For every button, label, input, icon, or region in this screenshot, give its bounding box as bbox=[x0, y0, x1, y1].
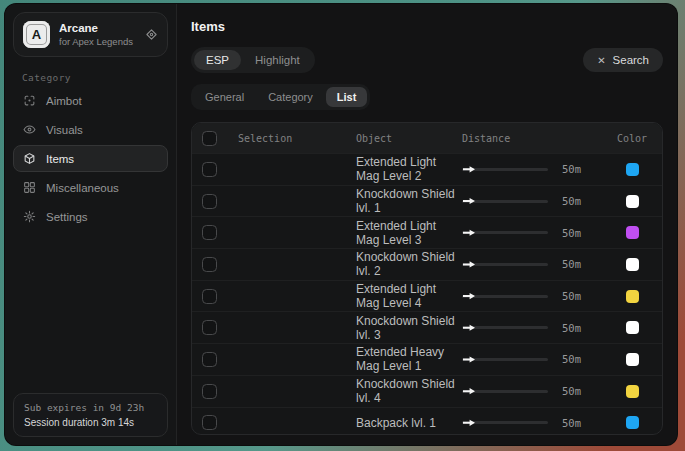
color-swatch[interactable] bbox=[626, 385, 639, 398]
app-header-card: A Arcane for Apex Legends bbox=[13, 12, 168, 57]
distance-value: 50m bbox=[562, 353, 581, 365]
distance-slider[interactable] bbox=[462, 358, 548, 361]
row-checkbox[interactable] bbox=[202, 352, 217, 367]
search-icon: ✕ bbox=[597, 55, 605, 66]
distance-cell: 50m bbox=[462, 417, 612, 429]
table-row: Knockdown Shield lvl. 1 50m bbox=[192, 185, 662, 217]
slider-thumb[interactable] bbox=[463, 419, 475, 426]
distance-slider[interactable] bbox=[462, 231, 548, 234]
app-name: Arcane bbox=[59, 21, 133, 35]
table-row: Knockdown Shield lvl. 4 50m bbox=[192, 375, 662, 407]
sidebar-item-label: Settings bbox=[46, 211, 88, 223]
color-swatch[interactable] bbox=[626, 353, 639, 366]
gem-icon[interactable] bbox=[145, 28, 158, 41]
distance-value: 50m bbox=[562, 227, 581, 239]
distance-cell: 50m bbox=[462, 163, 612, 175]
color-swatch[interactable] bbox=[626, 416, 639, 429]
distance-cell: 50m bbox=[462, 227, 612, 239]
sidebar-item-aimbot[interactable]: Aimbot bbox=[13, 87, 168, 114]
sidebar-nav: Aimbot Visuals Items bbox=[13, 87, 168, 230]
sidebar-item-label: Visuals bbox=[46, 124, 83, 136]
search-button[interactable]: ✕ Search bbox=[583, 48, 663, 72]
table-row: Extended Light Mag Level 3 50m bbox=[192, 216, 662, 248]
distance-value: 50m bbox=[562, 322, 581, 334]
distance-cell: 50m bbox=[462, 290, 612, 302]
sidebar-item-settings[interactable]: Settings bbox=[13, 203, 168, 230]
sidebar: A Arcane for Apex Legends Category Aimbo… bbox=[5, 4, 177, 445]
distance-slider[interactable] bbox=[462, 326, 548, 329]
column-header-distance: Distance bbox=[462, 133, 612, 144]
sidebar-item-miscellaneous[interactable]: Miscellaneous bbox=[13, 174, 168, 201]
controls-row: ESP Highlight ✕ Search bbox=[191, 47, 663, 73]
row-checkbox[interactable] bbox=[202, 257, 217, 272]
distance-cell: 50m bbox=[462, 353, 612, 365]
tab-category[interactable]: Category bbox=[257, 87, 324, 107]
sidebar-item-label: Items bbox=[46, 153, 74, 165]
box-icon bbox=[23, 152, 36, 165]
session-duration-text: Session duration 3m 14s bbox=[24, 417, 157, 428]
tab-general[interactable]: General bbox=[194, 87, 255, 107]
view-tabs-row: General Category List bbox=[191, 84, 663, 110]
slider-thumb[interactable] bbox=[463, 293, 475, 300]
distance-value: 50m bbox=[562, 163, 581, 175]
slider-thumb[interactable] bbox=[463, 198, 475, 205]
distance-slider[interactable] bbox=[462, 421, 548, 424]
page-title: Items bbox=[191, 19, 663, 34]
row-checkbox[interactable] bbox=[202, 194, 217, 209]
slider-thumb[interactable] bbox=[463, 388, 475, 395]
view-tabs: General Category List bbox=[191, 84, 370, 110]
sidebar-item-visuals[interactable]: Visuals bbox=[13, 116, 168, 143]
select-all-checkbox[interactable] bbox=[202, 131, 217, 146]
object-label: Knockdown Shield lvl. 3 bbox=[356, 314, 462, 342]
object-label: Knockdown Shield lvl. 1 bbox=[356, 187, 462, 215]
row-checkbox[interactable] bbox=[202, 320, 217, 335]
slider-thumb[interactable] bbox=[463, 324, 475, 331]
app-logo: A bbox=[23, 21, 50, 48]
color-swatch[interactable] bbox=[626, 163, 639, 176]
slider-thumb[interactable] bbox=[463, 356, 475, 363]
distance-slider[interactable] bbox=[462, 390, 548, 393]
app-meta: Arcane for Apex Legends bbox=[59, 21, 133, 47]
distance-value: 50m bbox=[562, 385, 581, 397]
sidebar-item-label: Miscellaneous bbox=[46, 182, 119, 194]
slider-thumb[interactable] bbox=[463, 166, 475, 173]
column-header-color: Color bbox=[617, 133, 647, 144]
table-row: Knockdown Shield lvl. 2 50m bbox=[192, 248, 662, 280]
object-label: Extended Heavy Mag Level 1 bbox=[356, 345, 462, 373]
tab-list[interactable]: List bbox=[326, 87, 368, 107]
sidebar-item-label: Aimbot bbox=[46, 95, 82, 107]
distance-value: 50m bbox=[562, 290, 581, 302]
table-row: Extended Light Mag Level 2 50m bbox=[192, 153, 662, 185]
row-checkbox[interactable] bbox=[202, 162, 217, 177]
distance-slider[interactable] bbox=[462, 168, 548, 171]
grid-icon bbox=[23, 181, 36, 194]
distance-cell: 50m bbox=[462, 322, 612, 334]
slider-thumb[interactable] bbox=[463, 261, 475, 268]
row-checkbox[interactable] bbox=[202, 225, 217, 240]
distance-slider[interactable] bbox=[462, 263, 548, 266]
sidebar-item-items[interactable]: Items bbox=[13, 145, 168, 172]
distance-cell: 50m bbox=[462, 385, 612, 397]
color-swatch[interactable] bbox=[626, 195, 639, 208]
distance-cell: 50m bbox=[462, 258, 612, 270]
app-window: A Arcane for Apex Legends Category Aimbo… bbox=[5, 4, 677, 445]
tab-esp[interactable]: ESP bbox=[194, 50, 241, 70]
app-subtitle: for Apex Legends bbox=[59, 36, 133, 48]
column-header-object: Object bbox=[356, 133, 462, 144]
color-swatch[interactable] bbox=[626, 321, 639, 334]
color-swatch[interactable] bbox=[626, 290, 639, 303]
color-swatch[interactable] bbox=[626, 226, 639, 239]
distance-cell: 50m bbox=[462, 195, 612, 207]
slider-thumb[interactable] bbox=[463, 229, 475, 236]
row-checkbox[interactable] bbox=[202, 415, 217, 430]
distance-slider[interactable] bbox=[462, 295, 548, 298]
eye-icon bbox=[23, 123, 36, 136]
tab-highlight[interactable]: Highlight bbox=[243, 50, 312, 70]
sub-expires-text: Sub expires in 9d 23h bbox=[24, 402, 157, 413]
color-swatch[interactable] bbox=[626, 258, 639, 271]
category-section-label: Category bbox=[22, 72, 168, 83]
distance-slider[interactable] bbox=[462, 200, 548, 203]
row-checkbox[interactable] bbox=[202, 289, 217, 304]
row-checkbox[interactable] bbox=[202, 384, 217, 399]
subscription-info-card: Sub expires in 9d 23h Session duration 3… bbox=[13, 393, 168, 437]
